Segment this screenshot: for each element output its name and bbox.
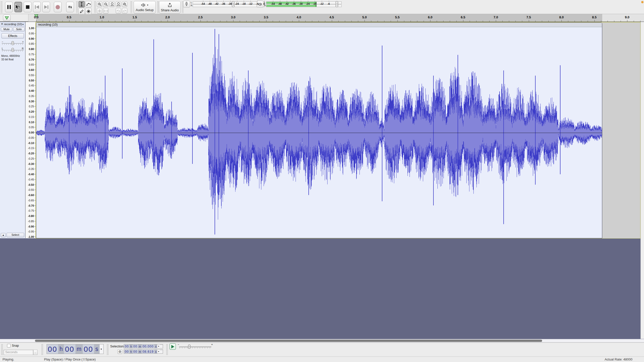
gain-slider-thumb[interactable] (12, 41, 14, 45)
toolbar-grip[interactable] (1, 1, 3, 13)
pause-button[interactable] (5, 2, 13, 12)
zoom-in-button[interactable] (97, 2, 102, 7)
meter-tick (315, 1, 315, 2)
toolbar-grip[interactable] (94, 1, 96, 13)
zoom-selection-button[interactable] (109, 2, 115, 7)
close-track-icon[interactable]: ✕ (0, 22, 4, 26)
vertical-scale-ruler[interactable]: 1.000.950.900.850.800.750.700.650.600.55… (26, 22, 36, 239)
track-control-panel[interactable]: ✕ recording (10)▼ Mute Solo Effects − + … (0, 22, 25, 239)
time-digit-group[interactable]: 00 (133, 350, 138, 353)
snap-mode-arrow-icon[interactable]: ⌄ (33, 350, 37, 355)
undo-button[interactable] (116, 8, 121, 14)
track-name-menu[interactable]: recording (10)▼ (4, 23, 25, 26)
meter-tick-label: -6 (328, 3, 330, 5)
timeline-ruler[interactable]: 0.00.51.01.52.02.53.03.54.04.55.05.56.06… (28, 14, 644, 22)
playback-volume-slider[interactable] (336, 1, 338, 7)
horizontal-scrollbar[interactable] (0, 339, 644, 342)
selection-start-field[interactable]: 00h00m00.000s▾ (124, 344, 163, 348)
audio-setup-button[interactable]: ▼ Audio Setup (134, 1, 156, 14)
audio-setup-label: Audio Setup (136, 8, 154, 12)
toolbar-grip[interactable] (166, 344, 168, 355)
zoom-out-button[interactable] (103, 2, 108, 7)
speed-slider-thumb[interactable] (188, 345, 190, 349)
playback-speed-slider[interactable]: − + (178, 343, 213, 349)
snap-mode-select[interactable]: Seconds (4, 350, 33, 355)
audio-clip[interactable]: recording (10) (36, 22, 602, 238)
time-digit-group[interactable]: 00 (64, 344, 75, 354)
time-digit-group[interactable]: 00 (124, 344, 130, 348)
draw-tool-button[interactable] (78, 8, 85, 15)
time-format-dropdown-icon[interactable]: ▾ (100, 344, 103, 354)
toolbar-grip[interactable] (1, 344, 3, 355)
vertical-scale-label: 0.15 (29, 115, 34, 118)
speed-min-label: − (178, 343, 179, 346)
multi-tool-button[interactable] (85, 8, 92, 15)
dropdown-arrow-icon: ▼ (147, 4, 149, 6)
selection-tool-button[interactable] (78, 1, 85, 8)
time-digit-group[interactable]: 00 (133, 344, 138, 348)
selection-settings-gear-icon[interactable]: ⚙ (117, 349, 122, 354)
pinned-playhead-button[interactable] (3, 15, 11, 21)
toolbar-grip[interactable] (76, 1, 78, 13)
meter-tick-label: -42 (285, 3, 289, 5)
selection-end-field[interactable]: 00h00m08.619s▾ (124, 349, 163, 354)
playhead-triangle-icon[interactable] (34, 14, 38, 17)
toolbar-grip[interactable] (130, 1, 132, 13)
zoom-toggle-button[interactable] (122, 2, 127, 7)
clip-title[interactable]: recording (10) (36, 23, 602, 27)
actual-rate: Actual Rate: 48000 (605, 357, 632, 361)
time-digit-group[interactable]: 00 (124, 350, 130, 353)
time-unit-label: s (154, 350, 157, 353)
zoom-project-button[interactable] (116, 2, 121, 7)
select-track-button[interactable]: Select (7, 233, 24, 237)
skip-to-end-button[interactable] (42, 2, 50, 12)
playback-meter[interactable]: L R -54-48-42-36-30-24-18-12-6 (257, 1, 343, 8)
waveform-canvas[interactable] (36, 27, 602, 238)
redo-button[interactable] (122, 8, 127, 14)
record-button[interactable] (54, 2, 62, 12)
meter-tick (257, 1, 258, 2)
solo-button[interactable]: Solo (13, 27, 25, 31)
pan-slider-thumb[interactable] (12, 48, 14, 52)
toolbar-grip[interactable] (41, 344, 43, 355)
time-digit-group[interactable]: 00.000 (142, 344, 154, 348)
timeline-label: 7.5 (526, 15, 531, 19)
timeline-tick (430, 20, 430, 22)
play-at-speed-button[interactable] (170, 343, 176, 350)
snap-checkbox[interactable] (7, 344, 11, 347)
loop-button[interactable] (66, 2, 74, 12)
gain-slider[interactable]: − + (2, 41, 24, 46)
status-message: Playing. (3, 357, 14, 361)
timeline-tick (299, 20, 299, 22)
recording-meter[interactable]: L R -54-48-42-36-30-24-18-12-60 (183, 1, 266, 8)
silence-audio-button[interactable] (103, 8, 108, 14)
timeline-tick (627, 20, 627, 22)
skip-to-start-button[interactable] (33, 2, 41, 12)
share-upload-icon (167, 3, 172, 8)
time-format-dropdown-icon[interactable]: ▾ (157, 344, 160, 348)
recording-meter-mic-button[interactable] (183, 1, 190, 8)
trim-audio-button[interactable] (97, 8, 102, 14)
time-digit-group[interactable]: 00 (83, 344, 94, 354)
mute-button[interactable]: Mute (1, 27, 12, 31)
envelope-tool-button[interactable] (85, 1, 92, 8)
toolbar-grip[interactable] (107, 344, 108, 355)
vertical-scale-label: 0.50 (29, 79, 34, 82)
status-shortcut-hint: Play (Space) / Play Once (⇧Space) (44, 357, 96, 361)
vertical-scale-label: -0.35 (28, 167, 34, 170)
share-audio-button[interactable]: Share Audio (159, 1, 181, 14)
stop-button[interactable] (24, 2, 31, 12)
record-volume-slider[interactable] (232, 1, 234, 7)
time-digit-group[interactable]: 08.619 (142, 350, 154, 353)
microphone-icon (185, 2, 188, 7)
silence-audio-icon (104, 9, 108, 13)
pan-slider[interactable]: L R (2, 48, 24, 52)
horizontal-scrollbar-thumb[interactable] (35, 340, 542, 342)
time-digit-group[interactable]: 00 (47, 344, 58, 354)
effects-button[interactable]: Effects (2, 33, 24, 38)
collapse-track-button[interactable]: ▲ (1, 233, 6, 237)
toolbar-grip[interactable] (157, 1, 159, 13)
vertical-scrollbar[interactable] (640, 22, 644, 339)
audio-position-field[interactable]: 00h00m00s▾ (47, 344, 104, 354)
time-format-dropdown-icon[interactable]: ▾ (157, 350, 160, 353)
